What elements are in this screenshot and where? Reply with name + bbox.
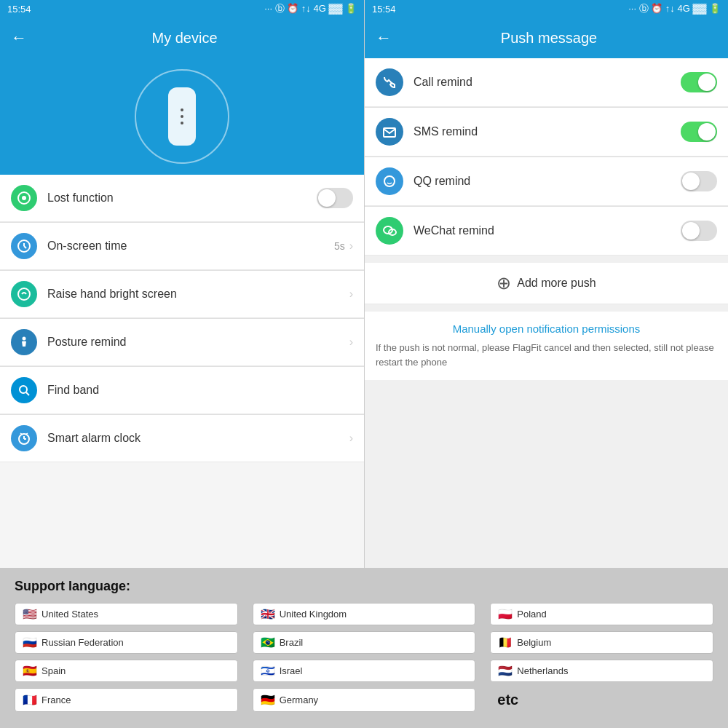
call-remind-toggle[interactable] bbox=[681, 72, 717, 92]
on-screen-time-label: On-screen time bbox=[47, 240, 334, 253]
flag-emoji: 🇪🇸 bbox=[23, 664, 37, 678]
posture-remind-chevron: › bbox=[349, 336, 353, 349]
language-name: Spain bbox=[41, 665, 66, 676]
push-item-qq[interactable]: QQ remind bbox=[365, 157, 728, 206]
flag-emoji: 🇧🇷 bbox=[261, 636, 275, 649]
raise-hand-icon bbox=[11, 281, 37, 307]
on-screen-time-value: 5s bbox=[334, 240, 345, 252]
left-time: 15:54 bbox=[7, 4, 31, 15]
left-back-button[interactable]: ← bbox=[11, 28, 27, 47]
language-name: Germany bbox=[280, 695, 318, 705]
svg-point-15 bbox=[384, 176, 395, 186]
svg-point-6 bbox=[23, 337, 26, 341]
language-name: Belgium bbox=[517, 637, 551, 648]
right-header: ← Push message bbox=[365, 17, 728, 58]
language-name: Poland bbox=[517, 609, 546, 620]
posture-remind-icon bbox=[11, 329, 37, 355]
push-item-wechat[interactable]: WeChat remind bbox=[365, 207, 728, 256]
menu-item-posture-remind[interactable]: Posture remind › bbox=[0, 319, 364, 366]
smart-alarm-label: Smart alarm clock bbox=[47, 432, 349, 445]
menu-item-smart-alarm[interactable]: Smart alarm clock › bbox=[0, 415, 364, 462]
flag-emoji: 🇧🇪 bbox=[498, 636, 513, 649]
posture-remind-label: Posture remind bbox=[47, 336, 349, 349]
menu-item-find-band[interactable]: Find band bbox=[0, 367, 364, 414]
right-status-icons: ··· ⓑ ⏰ ↑↓ 4G ▓▓ 🔋 bbox=[628, 2, 721, 15]
flag-item-france[interactable]: 🇫🇷France bbox=[15, 688, 238, 712]
right-status-bar: 15:54 ··· ⓑ ⏰ ↑↓ 4G ▓▓ 🔋 bbox=[365, 0, 728, 17]
notification-link[interactable]: Manually open notification permissions bbox=[376, 323, 717, 335]
left-header: ← My device bbox=[0, 17, 364, 58]
flag-item-russian-federation[interactable]: 🇷🇺Russian Federation bbox=[15, 631, 238, 654]
flag-emoji: 🇵🇱 bbox=[498, 607, 513, 621]
notification-desc: If the push is not normal, please FlagFi… bbox=[376, 341, 717, 369]
flags-grid: 🇺🇸United States🇬🇧United Kingdom🇵🇱Poland🇷… bbox=[15, 603, 713, 712]
language-name: France bbox=[41, 695, 71, 705]
flag-item-united-kingdom[interactable]: 🇬🇧United Kingdom bbox=[253, 603, 476, 625]
divider-1 bbox=[365, 256, 728, 263]
qq-remind-icon bbox=[376, 167, 403, 195]
flag-item-belgium[interactable]: 🇧🇪Belgium bbox=[490, 631, 713, 654]
qq-remind-label: QQ remind bbox=[414, 175, 681, 188]
left-status-icons: ··· ⓑ ⏰ ↑↓ 4G ▓▓ 🔋 bbox=[264, 2, 357, 15]
sms-remind-icon bbox=[376, 118, 403, 146]
band-dot-2 bbox=[181, 115, 183, 118]
flag-item-netherlands[interactable]: 🇳🇱Netherlands bbox=[490, 660, 713, 682]
push-item-call[interactable]: Call remind bbox=[365, 58, 728, 107]
flag-item-germany[interactable]: 🇩🇪Germany bbox=[253, 688, 476, 712]
divider-2 bbox=[365, 304, 728, 312]
svg-point-7 bbox=[20, 386, 27, 393]
raise-hand-chevron: › bbox=[349, 288, 353, 301]
menu-item-on-screen-time[interactable]: On-screen time 5s › bbox=[0, 223, 364, 270]
add-more-push-button[interactable]: ⊕ Add more push bbox=[365, 263, 728, 304]
flag-item-brazil[interactable]: 🇧🇷Brazil bbox=[253, 631, 476, 654]
svg-line-4 bbox=[24, 246, 26, 248]
on-screen-time-icon bbox=[11, 233, 37, 259]
sms-remind-label: SMS remind bbox=[414, 125, 681, 138]
right-time: 15:54 bbox=[372, 4, 396, 15]
support-language-title: Support language: bbox=[15, 579, 713, 594]
push-item-sms[interactable]: SMS remind bbox=[365, 108, 728, 157]
find-band-label: Find band bbox=[47, 384, 353, 397]
menu-item-lost-function[interactable]: Lost function bbox=[0, 175, 364, 222]
band-dot-3 bbox=[181, 122, 183, 124]
flag-item-spain[interactable]: 🇪🇸Spain bbox=[15, 660, 238, 682]
call-remind-icon bbox=[376, 68, 403, 96]
lost-function-toggle[interactable] bbox=[317, 188, 353, 208]
language-name: United Kingdom bbox=[280, 609, 347, 620]
device-circle bbox=[135, 69, 229, 164]
find-band-icon bbox=[11, 377, 37, 403]
band-dot-1 bbox=[181, 108, 183, 111]
call-remind-label: Call remind bbox=[414, 76, 681, 89]
flag-emoji: 🇫🇷 bbox=[23, 693, 37, 707]
flag-item-united-states[interactable]: 🇺🇸United States bbox=[15, 603, 238, 625]
flag-item-israel[interactable]: 🇮🇱Israel bbox=[253, 660, 476, 682]
flag-emoji: 🇬🇧 bbox=[261, 607, 275, 621]
language-name: United States bbox=[41, 609, 98, 620]
left-title: My device bbox=[38, 30, 331, 47]
flag-item-poland[interactable]: 🇵🇱Poland bbox=[490, 603, 713, 625]
right-screen: 15:54 ··· ⓑ ⏰ ↑↓ 4G ▓▓ 🔋 ← Push message … bbox=[364, 0, 728, 568]
lost-function-label: Lost function bbox=[47, 191, 317, 205]
svg-point-1 bbox=[22, 196, 26, 200]
on-screen-time-chevron: › bbox=[349, 240, 353, 253]
left-screen: 15:54 ··· ⓑ ⏰ ↑↓ 4G ▓▓ 🔋 ← My device bbox=[0, 0, 364, 568]
language-name: Netherlands bbox=[517, 665, 568, 676]
menu-list: Lost function On-screen time 5s › Raise … bbox=[0, 175, 364, 568]
device-band bbox=[168, 87, 196, 146]
right-title: Push message bbox=[403, 30, 695, 47]
svg-point-5 bbox=[18, 288, 30, 300]
lost-function-icon bbox=[11, 185, 37, 211]
right-back-button[interactable]: ← bbox=[376, 28, 392, 47]
wechat-remind-icon bbox=[376, 217, 403, 245]
add-more-label: Add more push bbox=[517, 277, 596, 290]
language-name: Israel bbox=[280, 665, 303, 676]
etc-item: etc bbox=[490, 688, 713, 712]
svg-line-8 bbox=[26, 392, 29, 395]
flag-emoji: 🇮🇱 bbox=[261, 664, 275, 678]
sms-remind-toggle[interactable] bbox=[681, 122, 717, 142]
language-name: Russian Federation bbox=[41, 637, 124, 648]
flag-emoji: 🇩🇪 bbox=[261, 693, 275, 707]
qq-remind-toggle[interactable] bbox=[681, 171, 717, 191]
wechat-remind-toggle[interactable] bbox=[681, 221, 717, 241]
menu-item-raise-hand[interactable]: Raise hand bright screen › bbox=[0, 271, 364, 318]
